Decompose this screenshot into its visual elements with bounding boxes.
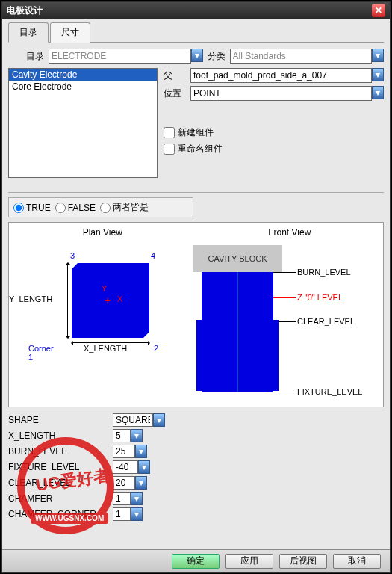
plan-view-title: Plan View: [9, 227, 196, 238]
radio-true-label: TRUE: [26, 203, 51, 213]
x-length-label: X_LENGTH: [84, 344, 127, 353]
chevron-down-icon[interactable]: ▾: [135, 476, 147, 490]
content-area: 目录 尺寸 目录 ▾ 分类 ▾ Cavity Electrode Core El…: [2, 19, 390, 549]
cancel-button[interactable]: 取消: [333, 554, 381, 569]
list-item[interactable]: Cavity Electrode: [9, 69, 157, 81]
list-item[interactable]: Core Electrode: [9, 81, 157, 93]
burnlevel-label: BURN_LEVEL: [8, 446, 113, 457]
y-length-label: Y_LENGTH: [9, 294, 52, 303]
chevron-down-icon[interactable]: ▾: [372, 68, 384, 81]
corner1-label: Corner 1: [28, 344, 54, 362]
tab-dimensions[interactable]: 尺寸: [50, 22, 90, 43]
shape-input[interactable]: [113, 413, 153, 427]
divider: [8, 192, 384, 193]
class-select[interactable]: [230, 49, 373, 64]
catalog-label: 目录: [26, 50, 44, 63]
chamfercorner-input[interactable]: [113, 507, 131, 521]
radio-group: TRUE FALSE 两者皆是: [8, 197, 193, 217]
diagram-area: Plan View Front View + Y X Y_LENGTH X_LE…: [8, 222, 384, 407]
burn-level-label: BURN_LEVEL: [297, 268, 351, 277]
chevron-down-icon[interactable]: ▾: [191, 49, 203, 62]
leader-line: [273, 272, 296, 273]
ok-button[interactable]: 确定: [172, 554, 220, 569]
radio-false[interactable]: [55, 203, 66, 213]
leader-line: [273, 297, 296, 298]
new-component-label: 新建组件: [178, 126, 214, 139]
catalog-select[interactable]: [49, 49, 191, 64]
footer-bar: 确定 应用 后视图 取消: [2, 549, 390, 572]
y-axis-icon: [67, 263, 68, 338]
rename-component-label: 重命名组件: [178, 143, 223, 155]
tab-bar: 目录 尺寸: [8, 22, 384, 43]
chamfer-input[interactable]: [113, 492, 131, 505]
backview-button[interactable]: 后视图: [279, 554, 327, 569]
chevron-down-icon[interactable]: ▾: [135, 445, 147, 458]
leader-line: [279, 321, 296, 322]
xlength-label: X_LENGTH: [8, 430, 113, 441]
rename-component-checkbox[interactable]: [164, 144, 175, 155]
y-axis-label: Y: [102, 284, 107, 293]
new-component-checkbox[interactable]: [164, 127, 175, 138]
x-axis-label: X: [117, 294, 122, 303]
corner2-label: 2: [154, 344, 158, 353]
chamfercorner-label: CHAMFER_CORNER: [8, 509, 113, 519]
radio-both-label: 两者皆是: [113, 201, 149, 214]
chevron-down-icon[interactable]: ▾: [131, 507, 143, 521]
close-button[interactable]: ✕: [372, 4, 385, 17]
centerline-icon: [237, 272, 238, 392]
tab-catalog[interactable]: 目录: [8, 22, 49, 43]
radio-both[interactable]: [100, 203, 111, 213]
position-select[interactable]: [190, 86, 372, 101]
shape-label: SHAPE: [8, 415, 113, 425]
clearlevel-label: CLEAR_LEVEL: [8, 478, 113, 488]
parent-select[interactable]: [190, 68, 372, 83]
main-row: Cavity Electrode Core Electrode 父 ▾ 位置 ▾: [8, 68, 384, 188]
x-axis-icon: [72, 342, 149, 343]
chevron-down-icon[interactable]: ▾: [372, 49, 384, 62]
window-title: 电极设计: [7, 4, 372, 17]
fixturelevel-input[interactable]: [113, 460, 138, 474]
properties-panel: 父 ▾ 位置 ▾ 新建组件: [164, 68, 384, 188]
dialog-window: 电极设计 ✕ 目录 尺寸 目录 ▾ 分类 ▾ Cavity Electrode …: [1, 1, 391, 573]
front-view: CAVITY BLOCK BURN_LEVEL Z "0" LEVEL CLEA…: [193, 245, 282, 272]
radio-true[interactable]: [13, 203, 24, 213]
chevron-down-icon[interactable]: ▾: [131, 429, 143, 442]
parent-label: 父: [164, 70, 190, 82]
chevron-down-icon[interactable]: ▾: [138, 460, 150, 474]
parameters-panel: SHAPE▾ X_LENGTH▾ BURN_LEVEL▾ FIXTURE_LEV…: [8, 413, 384, 521]
leader-line: [279, 392, 296, 392]
chevron-down-icon[interactable]: ▾: [131, 492, 143, 505]
clear-level-label: CLEAR_LEVEL: [297, 317, 355, 326]
filter-row: 目录 ▾ 分类 ▾: [8, 49, 384, 64]
fixture-level-label: FIXTURE_LEVEL: [297, 387, 362, 396]
chevron-down-icon[interactable]: ▾: [153, 413, 165, 427]
chevron-down-icon[interactable]: ▾: [372, 86, 384, 99]
title-bar: 电极设计 ✕: [2, 2, 390, 19]
z-level-label: Z "0" LEVEL: [297, 293, 343, 302]
origin-cross-icon: +: [105, 294, 111, 306]
xlength-input[interactable]: [113, 429, 131, 442]
chamfer-label: CHAMFER: [8, 493, 113, 504]
apply-button[interactable]: 应用: [225, 554, 273, 569]
radio-false-label: FALSE: [68, 203, 96, 213]
clearlevel-input[interactable]: [113, 476, 135, 490]
position-label: 位置: [164, 87, 190, 100]
burnlevel-input[interactable]: [113, 445, 135, 458]
close-icon: ✕: [375, 5, 382, 16]
cavity-block: CAVITY BLOCK: [193, 245, 282, 272]
corner4-label: 4: [151, 251, 155, 260]
class-label: 分类: [208, 50, 225, 63]
front-view-title: Front View: [196, 227, 384, 238]
electrode-list[interactable]: Cavity Electrode Core Electrode: [8, 68, 158, 178]
fixturelevel-label: FIXTURE_LEVEL: [8, 462, 113, 472]
corner3-label: 3: [70, 251, 75, 260]
